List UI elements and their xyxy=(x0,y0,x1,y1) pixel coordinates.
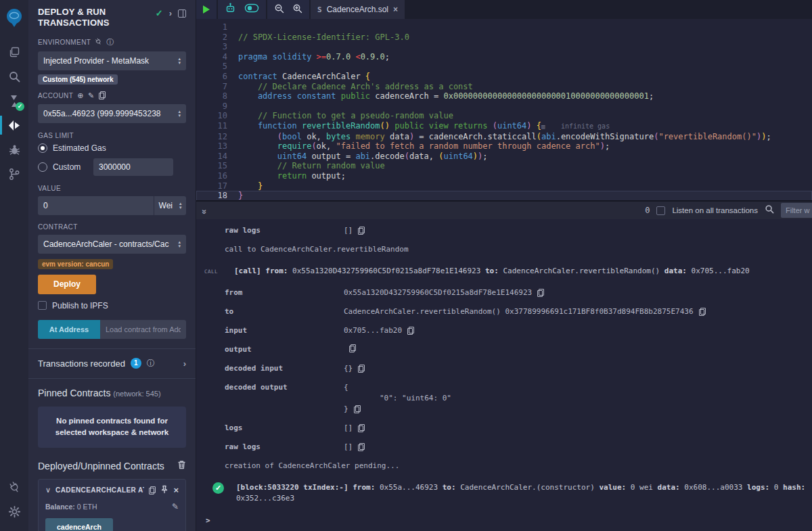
search-icon[interactable] xyxy=(0,65,28,88)
remix-logo-icon[interactable] xyxy=(0,4,28,31)
debugger-icon[interactable] xyxy=(0,138,28,161)
transactions-info-icon[interactable]: ⓘ xyxy=(147,358,155,369)
copy-icon[interactable] xyxy=(358,443,365,451)
terminal-body[interactable]: raw logs[]call to CadenceArchCaler.rever… xyxy=(196,219,812,531)
zoom-out-icon[interactable] xyxy=(274,3,284,16)
pinned-empty-message: No pinned contracts found for selected w… xyxy=(38,407,186,448)
publish-ipfs-checkbox[interactable] xyxy=(38,301,47,310)
git-icon[interactable] xyxy=(0,162,28,185)
code-line[interactable]: 15 // Return random value xyxy=(196,161,812,171)
contract-select[interactable]: CadenceArchCaler - contracts/Cac ▴▾ xyxy=(38,235,186,254)
terminal-call-row[interactable]: call[call] from: 0x55a1320D432759960C5Df… xyxy=(204,266,812,277)
stepper-icon: ▴▾ xyxy=(178,110,181,118)
terminal-prompt[interactable]: > xyxy=(206,516,812,525)
contract-label: CONTRACT xyxy=(38,223,78,231)
estimated-gas-radio[interactable] xyxy=(38,143,47,153)
plugin-manager-icon[interactable] xyxy=(0,476,28,499)
contract-value: CadenceArchCaler - contracts/Cac xyxy=(43,239,175,249)
remix-ide-window: ✓ xyxy=(0,0,812,531)
code-editor[interactable]: 1 2// SPDX-License-Identifier: GPL-3.03 … xyxy=(196,19,812,200)
at-address-input[interactable] xyxy=(100,320,186,339)
pin-icon[interactable] xyxy=(160,485,168,495)
deploy-and-run-icon[interactable] xyxy=(0,114,28,137)
settings-gear-icon[interactable] xyxy=(0,500,28,523)
value-unit-select[interactable]: Wei ▴▾ xyxy=(154,196,186,215)
terminal-search-icon[interactable] xyxy=(765,204,774,216)
code-line[interactable]: 2// SPDX-License-Identifier: GPL-3.0 xyxy=(196,32,812,43)
tab-cadencearch-sol[interactable]: S CadenceArch.sol × xyxy=(311,0,405,19)
deployed-contract-header: CADENCEARCHCALER AT 0) xyxy=(55,486,144,494)
cadencearch-function-button[interactable]: cadenceArch xyxy=(45,518,113,531)
plug-icon[interactable] xyxy=(95,38,102,47)
ai-toggle-icon[interactable] xyxy=(244,3,259,16)
environment-info-icon[interactable]: ⓘ xyxy=(106,37,114,47)
code-line[interactable]: 14 uint64 output = abi.decode(data, (uin… xyxy=(196,152,812,162)
stepper-icon: ▴▾ xyxy=(179,202,182,210)
terminal-kv-row: raw logs[] xyxy=(204,442,812,453)
copy-account-icon[interactable] xyxy=(99,91,106,99)
terminal-expand-icon[interactable]: » xyxy=(200,209,210,212)
tab-close-icon[interactable]: × xyxy=(393,5,398,14)
code-line[interactable]: 16 return output; xyxy=(196,171,812,181)
run-script-icon[interactable] xyxy=(203,5,210,14)
line-number: 9 xyxy=(196,101,238,112)
gas-limit-label: GAS LIMIT xyxy=(38,132,74,139)
copy-icon[interactable] xyxy=(349,344,356,352)
panel-forward-icon[interactable]: › xyxy=(169,8,172,18)
copy-icon[interactable] xyxy=(537,289,544,297)
code-line[interactable]: 11 function revertibleRandom() public vi… xyxy=(196,121,812,132)
code-line[interactable]: 9 xyxy=(196,101,812,112)
code-line[interactable]: 10 // Function to get a pseudo-random va… xyxy=(196,111,812,121)
ai-assistant-robot-icon[interactable] xyxy=(225,3,236,16)
code-text xyxy=(238,101,812,112)
code-text: uint64 output = abi.decode(data, (uint64… xyxy=(238,152,812,162)
kv-label: input xyxy=(225,325,344,336)
trash-icon[interactable] xyxy=(177,460,186,471)
transactions-expand-icon[interactable]: › xyxy=(183,359,186,369)
terminal-kv-row: output xyxy=(204,344,812,355)
kv-label: output xyxy=(225,344,344,355)
code-line[interactable]: 13 require(ok, "failed to fetch a random… xyxy=(196,141,812,152)
code-text xyxy=(238,42,812,52)
kv-value: [] xyxy=(344,442,365,453)
code-text: contract CadenceArchCaler { xyxy=(238,72,812,82)
code-line[interactable]: 8 address constant public cadenceArch = … xyxy=(196,91,812,101)
environment-select[interactable]: Injected Provider - MetaMask ▴▾ xyxy=(38,51,186,70)
solidity-compiler-icon[interactable]: ✓ xyxy=(0,89,28,112)
sign-message-icon[interactable]: ✎ xyxy=(88,91,95,100)
custom-gas-input[interactable] xyxy=(93,158,173,176)
account-select[interactable]: 0x55a...46923 (999.9999453238 ▴▾ xyxy=(38,104,186,123)
at-address-button[interactable]: At Address xyxy=(38,320,100,339)
edit-balance-icon[interactable]: ✎ xyxy=(172,502,179,511)
copy-icon[interactable] xyxy=(407,327,414,335)
copy-icon[interactable] xyxy=(358,365,365,373)
code-line[interactable]: 12 (bool ok, bytes memory data) = cadenc… xyxy=(196,132,812,142)
deploy-button[interactable]: Deploy xyxy=(38,275,96,294)
code-line[interactable]: 7 // Declare Cadence Arch's address as a… xyxy=(196,82,812,92)
code-line[interactable]: 18} xyxy=(196,191,812,200)
code-line[interactable]: 5 xyxy=(196,62,812,72)
copy-icon[interactable] xyxy=(358,424,365,432)
copy-icon[interactable] xyxy=(699,308,706,316)
file-explorer-icon[interactable] xyxy=(0,41,28,64)
copy-icon[interactable] xyxy=(354,405,361,413)
terminal-panel: » 0 Listen on all transactions raw logs[… xyxy=(196,200,812,531)
kv-value: 0x55a1320D432759960C5Df0215a8dF78e1E1469… xyxy=(344,287,544,298)
terminal-block-row[interactable]: ✓[block:5033220 txIndex:-] from: 0x55a..… xyxy=(204,482,812,504)
custom-gas-radio[interactable] xyxy=(38,162,47,172)
collapse-chevron-icon[interactable]: ∨ xyxy=(45,486,51,494)
terminal-filter-input[interactable] xyxy=(781,203,812,218)
code-line[interactable]: 4pragma solidity >=0.7.0 <0.9.0; xyxy=(196,52,812,62)
add-account-icon[interactable]: ⊕ xyxy=(77,91,84,100)
code-line[interactable]: 6contract CadenceArchCaler { xyxy=(196,72,812,82)
code-line[interactable]: 17 } xyxy=(196,181,812,191)
zoom-in-icon[interactable] xyxy=(292,3,302,16)
code-line[interactable]: 1 xyxy=(196,22,812,32)
copy-icon[interactable] xyxy=(358,227,365,235)
copy-address-icon[interactable] xyxy=(149,486,156,494)
listen-all-checkbox[interactable] xyxy=(656,206,665,215)
code-line[interactable]: 3 xyxy=(196,42,812,52)
panel-pin-view-icon[interactable] xyxy=(178,9,186,18)
close-icon[interactable]: × xyxy=(173,485,179,495)
value-input[interactable] xyxy=(38,196,154,215)
